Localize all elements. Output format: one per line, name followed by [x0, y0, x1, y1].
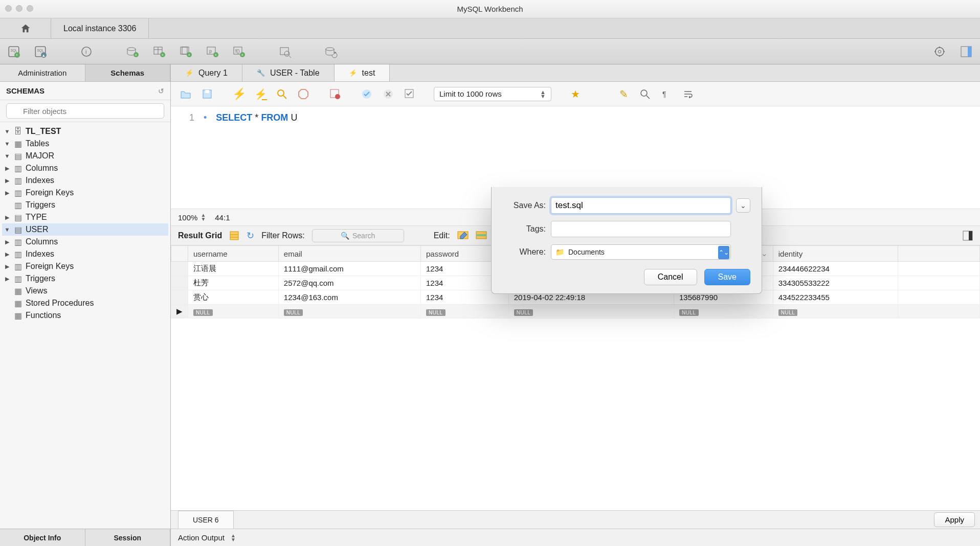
table-node-type[interactable]: ▶▤TYPE	[2, 211, 168, 223]
schema-node[interactable]: ▼🗄TL_TEST	[2, 125, 168, 138]
col-identity[interactable]: identity	[773, 246, 898, 262]
search-table-data-button[interactable]	[276, 43, 294, 60]
indexes-icon: ▥	[13, 249, 23, 259]
tables-node[interactable]: ▼▦Tables	[2, 138, 168, 150]
editor-tab-label: Query 1	[198, 69, 228, 78]
col-username[interactable]: username	[188, 246, 279, 262]
triggers-node[interactable]: ▶▥Triggers	[2, 272, 168, 285]
svg-rect-42	[968, 47, 971, 57]
expand-dialog-button[interactable]: ⌄	[736, 198, 750, 213]
inspector-button[interactable]: i	[78, 43, 95, 60]
minimize-window-icon[interactable]	[16, 5, 23, 12]
save-button[interactable]: Save	[704, 269, 750, 285]
svg-text:+: +	[188, 53, 191, 57]
create-schema-button[interactable]: +	[124, 43, 141, 60]
schema-tree: ▼🗄TL_TEST ▼▦Tables ▼▤MAJOR ▶▥Columns ▶▥I…	[0, 122, 170, 529]
procs-icon: ▦	[13, 299, 23, 308]
reconnect-button[interactable]	[322, 43, 340, 60]
columns-node[interactable]: ▶▥Columns	[2, 236, 168, 248]
table-node-user[interactable]: ▼▤USER	[2, 223, 168, 236]
zoom-window-icon[interactable]	[27, 5, 33, 12]
explain-icon[interactable]	[274, 86, 289, 102]
tab-schemas[interactable]: Schemas	[85, 64, 171, 81]
foreign-keys-node[interactable]: ▶▥Foreign Keys	[2, 187, 168, 199]
save-as-filename-input[interactable]	[551, 197, 731, 214]
indexes-node[interactable]: ▶▥Indexes	[2, 248, 168, 260]
beautify-icon[interactable]: ✎	[616, 86, 631, 102]
views-node[interactable]: ▦Views	[2, 285, 168, 297]
columns-node[interactable]: ▶▥Columns	[2, 162, 168, 174]
table-icon: ▤	[13, 213, 23, 222]
editor-tabs: ⚡ Query 1 🔧 USER - Table ⚡ test	[171, 64, 980, 81]
word-wrap-icon[interactable]	[680, 86, 696, 102]
editor-tab-user-table[interactable]: 🔧 USER - Table	[242, 64, 335, 81]
table-row-new[interactable]: ▶ NULL NULL NULL NULL NULL NULL	[171, 305, 980, 318]
null-pill: NULL	[778, 309, 798, 316]
table-node-major[interactable]: ▼▤MAJOR	[2, 150, 168, 162]
svg-text:+: +	[241, 53, 244, 57]
create-table-button[interactable]: +	[150, 43, 168, 60]
stop-on-error-icon[interactable]	[327, 86, 343, 102]
new-sql-tab-button[interactable]: SQL+	[5, 43, 23, 60]
editor-tab-test[interactable]: ⚡ test	[335, 64, 390, 81]
tags-input[interactable]	[551, 221, 731, 237]
home-tab[interactable]	[0, 18, 51, 38]
edit-row-icon[interactable]	[457, 231, 469, 240]
open-file-icon[interactable]	[178, 86, 193, 102]
create-procedure-button[interactable]: p+	[204, 43, 221, 60]
refresh-results-icon[interactable]: ↻	[247, 230, 254, 241]
tab-administration[interactable]: Administration	[0, 64, 85, 81]
tab-session[interactable]: Session	[85, 529, 171, 546]
titlebar: MySQL Workbench	[0, 0, 980, 18]
stop-icon[interactable]	[296, 86, 311, 102]
statement-marker-icon: •	[204, 112, 207, 202]
settings-button[interactable]	[931, 43, 948, 60]
apply-button[interactable]: Apply	[934, 512, 975, 527]
zoom-stepper[interactable]: ▲▼	[201, 213, 206, 221]
trigger-icon: ▥	[13, 274, 23, 283]
action-output-stepper[interactable]: ▲▼	[231, 534, 236, 542]
execute-icon[interactable]: ⚡	[231, 86, 247, 102]
connection-tab[interactable]: Local instance 3306	[51, 18, 149, 38]
line-number: 1	[189, 112, 194, 123]
create-function-button[interactable]: f()+	[230, 43, 248, 60]
editor-tab-query1[interactable]: ⚡ Query 1	[171, 64, 242, 81]
filter-rows-input[interactable]: 🔍Search	[312, 229, 404, 242]
autocommit-icon[interactable]	[402, 86, 417, 102]
open-sql-file-button[interactable]: SQL▴	[32, 43, 49, 60]
row-limit-select[interactable]: Limit to 1000 rows ▲▼	[434, 87, 551, 101]
where-select[interactable]: 📁 Documents ⌃⌄	[551, 244, 731, 260]
find-icon[interactable]	[637, 86, 653, 102]
create-view-button[interactable]: +	[177, 43, 194, 60]
functions-node[interactable]: ▦Functions	[2, 309, 168, 322]
tab-object-info[interactable]: Object Info	[0, 529, 85, 546]
null-pill: NULL	[284, 309, 303, 316]
triggers-node[interactable]: ▥Triggers	[2, 199, 168, 211]
null-pill: NULL	[426, 309, 446, 316]
commit-icon[interactable]	[359, 86, 374, 102]
refresh-schemas-icon[interactable]: ↺	[158, 87, 164, 95]
foreign-keys-node[interactable]: ▶▥Foreign Keys	[2, 260, 168, 272]
execute-current-icon[interactable]: ⚡̲	[253, 86, 268, 102]
toggle-grid-panel-icon[interactable]	[963, 231, 973, 241]
save-file-icon[interactable]	[199, 86, 215, 102]
invisible-chars-icon[interactable]: ¶	[659, 86, 674, 102]
filter-objects-input[interactable]	[6, 103, 164, 119]
svg-point-35	[936, 47, 944, 56]
columns-icon: ▥	[13, 164, 23, 173]
close-window-icon[interactable]	[5, 5, 12, 12]
toggle-right-panel-button[interactable]	[957, 43, 975, 60]
result-tab-user6[interactable]: USER 6	[178, 511, 234, 529]
row-limit-label: Limit to 1000 rows	[439, 89, 502, 98]
stored-procedures-node[interactable]: ▦Stored Procedures	[2, 297, 168, 309]
database-icon: 🗄	[13, 127, 23, 136]
grid-footer: USER 6 Apply	[171, 510, 980, 529]
cancel-button[interactable]: Cancel	[644, 269, 697, 285]
col-email[interactable]: email	[278, 246, 420, 262]
insert-row-icon[interactable]	[476, 231, 487, 240]
result-grid-icon[interactable]	[229, 231, 239, 241]
indexes-node[interactable]: ▶▥Indexes	[2, 174, 168, 187]
col-spacer	[898, 246, 980, 262]
favorite-icon[interactable]: ★	[568, 86, 583, 102]
rollback-icon[interactable]	[381, 86, 396, 102]
